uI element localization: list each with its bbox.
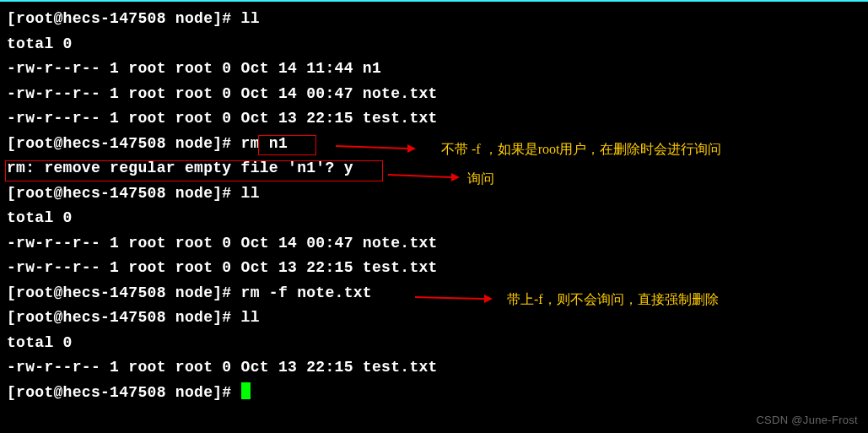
prompt: [root@hecs-147508 node]#: [7, 10, 241, 27]
svg-line-4: [415, 297, 484, 299]
annotation-no-f: 不带 -f ，如果是root用户，在删除时会进行询问: [441, 141, 721, 159]
output-total: total 0: [7, 32, 861, 57]
prompt: [root@hecs-147508 node]#: [7, 284, 241, 301]
cursor: [241, 382, 251, 399]
output-total: total 0: [7, 206, 861, 231]
terminal[interactable]: [root@hecs-147508 node]# ll total 0 -rw-…: [0, 2, 868, 410]
prompt-line: [root@hecs-147508 node]#: [7, 381, 861, 406]
output-file-row: -rw-r--r-- 1 root root 0 Oct 14 11:44 n1: [7, 57, 861, 82]
output-file-row: -rw-r--r-- 1 root root 0 Oct 13 22:15 te…: [7, 106, 861, 132]
arrow-icon: [415, 291, 499, 311]
command-rm-f: rm -f note.txt: [241, 284, 372, 301]
svg-marker-3: [451, 173, 460, 181]
watermark-text: CSDN @June-Frost: [756, 414, 858, 426]
command-rm: rm n1: [241, 135, 288, 152]
svg-marker-1: [407, 144, 416, 153]
prompt: [root@hecs-147508 node]#: [7, 185, 241, 202]
annotation-ask: 询问: [467, 170, 494, 188]
svg-marker-5: [484, 295, 493, 303]
arrow-icon: [388, 170, 464, 191]
prompt-line: [root@hecs-147508 node]# ll: [7, 7, 861, 32]
output-file-row: -rw-r--r-- 1 root root 0 Oct 14 00:47 no…: [7, 82, 861, 107]
command-ll: ll: [241, 10, 260, 27]
arrow-icon: [336, 139, 420, 160]
prompt-line: [root@hecs-147508 node]# rm n1: [7, 132, 861, 157]
output-file-row: -rw-r--r-- 1 root root 0 Oct 14 00:47 no…: [7, 231, 861, 257]
output-file-row: -rw-r--r-- 1 root root 0 Oct 13 22:15 te…: [7, 256, 861, 281]
svg-line-0: [336, 146, 407, 149]
output-total: total 0: [7, 331, 861, 356]
output-file-row: -rw-r--r-- 1 root root 0 Oct 13 22:15 te…: [7, 355, 861, 381]
command-ll: ll: [241, 185, 260, 202]
command-ll: ll: [241, 309, 260, 326]
annotation-with-f: 带上-f，则不会询问，直接强制删除: [507, 291, 719, 309]
prompt: [root@hecs-147508 node]#: [7, 309, 241, 326]
prompt: [root@hecs-147508 node]#: [7, 384, 241, 401]
svg-line-2: [388, 175, 451, 177]
prompt: [root@hecs-147508 node]#: [7, 135, 241, 152]
